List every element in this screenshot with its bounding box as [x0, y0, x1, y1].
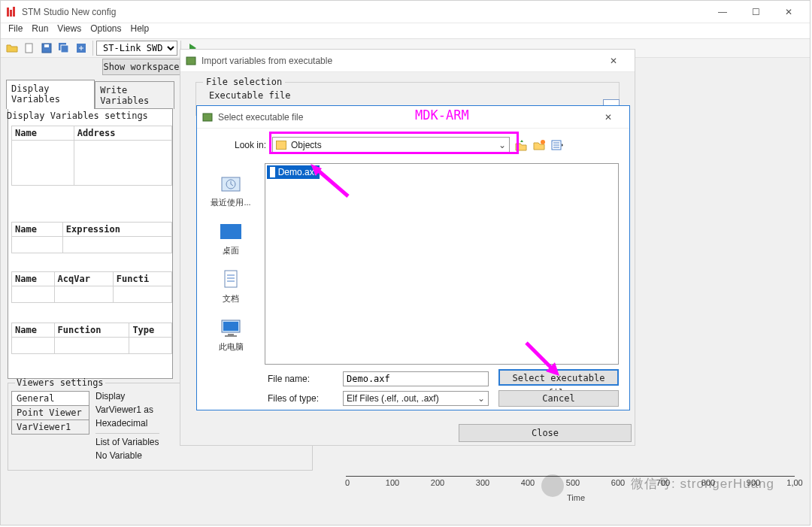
save-icon[interactable]	[38, 40, 55, 56]
col-name[interactable]: Name	[12, 223, 63, 237]
import-titlebar[interactable]: Import variables from executable ✕	[180, 50, 635, 72]
maximize-button[interactable]: ☐	[739, 2, 772, 23]
menubar: File Run Views Options Help	[1, 23, 810, 38]
variable-tabs: Display Variables Write Variables	[6, 80, 174, 109]
xtick-0: 0	[345, 478, 350, 487]
xtick-10: 1,00	[786, 478, 802, 487]
tab-general[interactable]: General	[11, 391, 89, 406]
look-in-combo[interactable]: Objects ⌄	[272, 137, 510, 153]
col-function[interactable]: Function	[54, 323, 129, 338]
dv-table-4[interactable]: NameFunctionType	[11, 323, 172, 354]
select-exe-button[interactable]: Select executable file	[498, 369, 619, 386]
up-folder-icon[interactable]	[514, 138, 528, 152]
place-recent-label: 最近使用...	[211, 197, 250, 208]
cancel-button[interactable]: Cancel	[498, 390, 619, 407]
mdk-annotation: MDK-ARM	[415, 108, 469, 123]
debugger-select[interactable]: ST-Link SWD	[96, 41, 177, 56]
col-address[interactable]: Address	[74, 126, 171, 141]
minimize-button[interactable]: —	[706, 2, 739, 23]
svg-rect-20	[225, 335, 237, 337]
menu-options[interactable]: Options	[87, 23, 124, 38]
select-dialog-body: MDK-ARM Look in: Objects ⌄ 最近使用... 桌面	[197, 129, 629, 410]
dv-table-3[interactable]: NameAcqVarFuncti	[11, 271, 172, 303]
svg-rect-0	[7, 8, 9, 17]
place-documents[interactable]: 文档	[201, 262, 260, 310]
file-type-label: Files of type:	[268, 393, 343, 404]
main-titlebar[interactable]: STM Studio New config — ☐ ✕	[1, 1, 810, 23]
select-titlebar[interactable]: Select executable file ✕	[197, 106, 629, 129]
place-recent[interactable]: 最近使用...	[201, 166, 260, 214]
place-this-pc-label: 此电脑	[219, 341, 244, 353]
close-button[interactable]: ✕	[772, 2, 805, 23]
xtick-1: 100	[386, 478, 399, 487]
file-item-label: Demo.axf	[278, 167, 317, 177]
var-as-label: VarViewer1 as	[95, 403, 159, 416]
import-icon	[185, 55, 197, 67]
place-desktop[interactable]: 桌面	[201, 214, 260, 262]
select-title: Select executable file	[218, 112, 592, 123]
tab-display-variables[interactable]: Display Variables	[6, 80, 95, 109]
new-folder-icon[interactable]	[532, 138, 546, 152]
left-pane: Display Variables Write Variables Displa…	[6, 80, 174, 379]
xtick-3: 300	[476, 478, 489, 487]
svg-rect-15	[220, 224, 241, 239]
executable-file-label: Executable file	[209, 90, 606, 101]
file-type-value: Elf Files (.elf, .out, .axf)	[347, 393, 439, 404]
file-type-select[interactable]: Elf Files (.elf, .out, .axf) ⌄	[343, 391, 489, 406]
tab-varviewer1[interactable]: VarViewer1	[11, 420, 89, 435]
col-acqvar[interactable]: AcqVar	[54, 272, 113, 286]
app-icon	[5, 6, 17, 18]
dv-table-1[interactable]: NameAddress	[11, 126, 172, 186]
svg-rect-5	[44, 44, 49, 47]
look-in-value: Objects	[291, 140, 322, 150]
display-variables-panel: Display Variables settings NameAddress N…	[8, 108, 173, 379]
import-close-button[interactable]: Close	[459, 424, 632, 442]
places-bar: 最近使用... 桌面 文档 此电脑	[201, 166, 260, 407]
toolbar-separator	[92, 41, 93, 56]
file-name-label: File name:	[268, 374, 343, 384]
watermark-text: 微信号: strongerHuang	[631, 475, 774, 492]
file-icon	[270, 167, 275, 177]
list-of-vars-label: List of Variables	[95, 433, 159, 449]
col-name[interactable]: Name	[12, 126, 74, 141]
svg-rect-18	[223, 322, 238, 331]
show-workspace-button[interactable]: Show workspace	[102, 59, 180, 75]
xtick-5: 500	[566, 478, 580, 487]
no-variable-label: No Variable	[95, 449, 159, 462]
import-title: Import variables from executable	[201, 56, 597, 66]
place-this-pc[interactable]: 此电脑	[201, 310, 260, 359]
col-type[interactable]: Type	[129, 323, 172, 338]
xtick-6: 600	[611, 478, 625, 487]
col-name[interactable]: Name	[12, 323, 55, 338]
col-expression[interactable]: Expression	[62, 223, 171, 237]
view-menu-icon[interactable]	[550, 138, 564, 152]
menu-file[interactable]: File	[5, 23, 26, 38]
file-list[interactable]: Demo.axf	[265, 163, 619, 365]
tab-write-variables[interactable]: Write Variables	[95, 81, 174, 109]
file-name-input[interactable]	[343, 371, 489, 386]
menu-views[interactable]: Views	[54, 23, 84, 38]
select-close-icon[interactable]: ✕	[592, 107, 625, 128]
file-item-demo-axf[interactable]: Demo.axf	[267, 165, 320, 179]
svg-rect-3	[26, 44, 32, 53]
chevron-down-icon: ⌄	[498, 140, 506, 150]
export-icon[interactable]	[73, 40, 89, 56]
svg-rect-19	[228, 334, 234, 335]
col-name[interactable]: Name	[12, 272, 55, 286]
menu-run[interactable]: Run	[29, 23, 51, 38]
save-all-icon[interactable]	[56, 40, 72, 56]
svg-rect-7	[61, 45, 68, 53]
tab-point-viewer[interactable]: Point Viewer	[11, 406, 89, 420]
import-close-icon[interactable]: ✕	[597, 50, 630, 71]
new-icon[interactable]	[21, 40, 38, 56]
svg-rect-9	[186, 57, 195, 65]
col-function[interactable]: Functi	[113, 272, 171, 286]
menu-help[interactable]: Help	[128, 23, 153, 38]
folder-icon	[276, 141, 286, 150]
svg-rect-2	[13, 7, 15, 17]
svg-rect-1	[10, 10, 12, 17]
dv-table-2[interactable]: NameExpression	[11, 222, 172, 253]
file-selection-label: File selection	[203, 77, 285, 87]
open-icon[interactable]	[4, 40, 20, 56]
watermark-icon	[541, 474, 564, 497]
